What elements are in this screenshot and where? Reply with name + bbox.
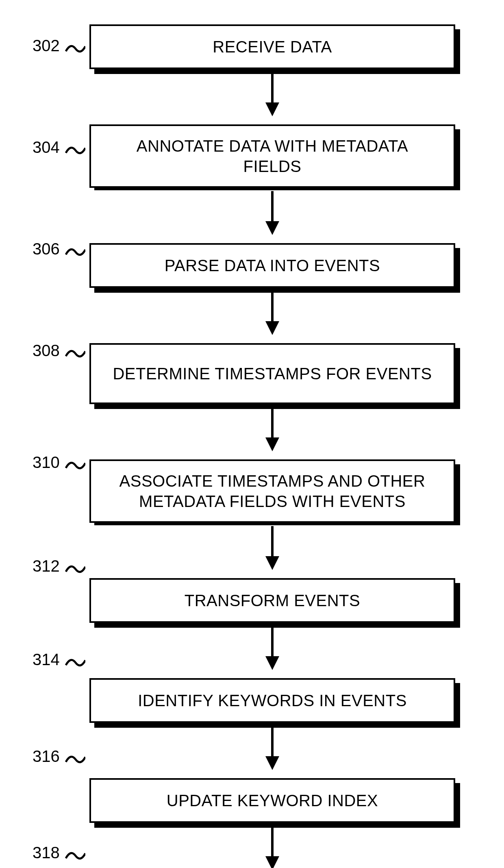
tilde-icon bbox=[65, 654, 85, 670]
svg-marker-5 bbox=[265, 321, 279, 335]
svg-marker-7 bbox=[265, 437, 279, 451]
tilde-icon bbox=[65, 457, 85, 473]
step-text: TRANSFORM EVENTS bbox=[185, 590, 360, 611]
step-text: IDENTIFY KEYWORDS IN EVENTS bbox=[138, 690, 407, 711]
arrow-icon bbox=[262, 526, 282, 571]
arrow-icon bbox=[262, 626, 282, 671]
ref-308: 308 bbox=[33, 342, 60, 360]
arrow-icon bbox=[262, 191, 282, 236]
tilde-icon bbox=[65, 847, 85, 863]
ref-318: 318 bbox=[33, 844, 60, 862]
tilde-icon bbox=[65, 243, 85, 259]
tilde-icon bbox=[65, 345, 85, 361]
ref-310: 310 bbox=[33, 453, 60, 472]
step-314: IDENTIFY KEYWORDS IN EVENTS bbox=[89, 678, 455, 723]
ref-314: 314 bbox=[33, 650, 60, 669]
flowchart-canvas: RECEIVE DATA ANNOTATE DATA WITH METADATA… bbox=[0, 0, 504, 868]
step-316: UPDATE KEYWORD INDEX bbox=[89, 778, 455, 823]
svg-marker-9 bbox=[265, 556, 279, 570]
ref-306: 306 bbox=[33, 240, 60, 258]
arrow-icon bbox=[262, 291, 282, 336]
step-304: ANNOTATE DATA WITH METADATA FIELDS bbox=[89, 124, 455, 188]
step-text: ANNOTATE DATA WITH METADATA FIELDS bbox=[107, 136, 437, 176]
arrow-icon bbox=[262, 726, 282, 771]
arrow-icon bbox=[262, 407, 282, 452]
step-306: PARSE DATA INTO EVENTS bbox=[89, 243, 455, 288]
svg-marker-1 bbox=[265, 102, 279, 116]
svg-marker-3 bbox=[265, 221, 279, 235]
step-text: DETERMINE TIMESTAMPS FOR EVENTS bbox=[113, 363, 432, 384]
step-312: TRANSFORM EVENTS bbox=[89, 578, 455, 623]
svg-marker-15 bbox=[265, 856, 279, 868]
ref-316: 316 bbox=[33, 747, 60, 766]
step-text: ASSOCIATE TIMESTAMPS AND OTHER METADATA … bbox=[107, 471, 437, 511]
svg-marker-11 bbox=[265, 656, 279, 670]
step-text: UPDATE KEYWORD INDEX bbox=[167, 790, 378, 811]
arrow-icon bbox=[262, 826, 282, 868]
tilde-icon bbox=[65, 141, 85, 158]
step-308: DETERMINE TIMESTAMPS FOR EVENTS bbox=[89, 343, 455, 404]
flow-column: RECEIVE DATA ANNOTATE DATA WITH METADATA… bbox=[89, 24, 455, 868]
step-302: RECEIVE DATA bbox=[89, 24, 455, 69]
tilde-icon bbox=[65, 751, 85, 767]
ref-302: 302 bbox=[33, 37, 60, 55]
ref-312: 312 bbox=[33, 557, 60, 575]
step-text: PARSE DATA INTO EVENTS bbox=[165, 255, 380, 276]
step-310: ASSOCIATE TIMESTAMPS AND OTHER METADATA … bbox=[89, 459, 455, 523]
ref-304: 304 bbox=[33, 138, 60, 157]
step-text: RECEIVE DATA bbox=[213, 37, 332, 57]
tilde-icon bbox=[65, 40, 85, 56]
tilde-icon bbox=[65, 560, 85, 576]
svg-marker-13 bbox=[265, 756, 279, 770]
arrow-icon bbox=[262, 72, 282, 117]
